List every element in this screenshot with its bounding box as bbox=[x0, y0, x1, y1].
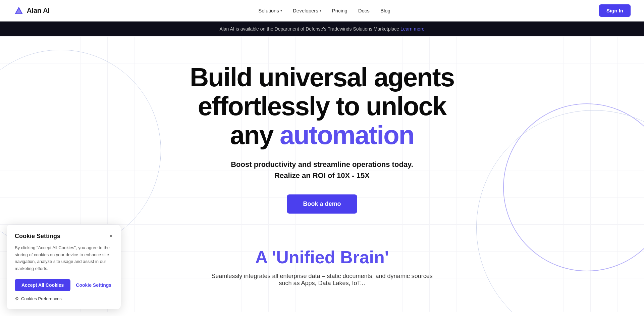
cookie-banner: Cookie Settings × By clicking "Accept Al… bbox=[7, 225, 121, 309]
chevron-down-icon: ▾ bbox=[280, 9, 282, 12]
hero-subtitle: Boost productivity and streamline operat… bbox=[190, 159, 454, 181]
nav-docs[interactable]: Docs bbox=[358, 8, 370, 13]
book-demo-button[interactable]: Book a demo bbox=[287, 194, 357, 214]
announcement-text: Alan AI is available on the Department o… bbox=[219, 26, 400, 32]
cookie-title: Cookie Settings bbox=[15, 233, 60, 240]
cookie-preferences-link[interactable]: ⚙ Cookies Preferences bbox=[15, 296, 113, 301]
cookie-settings-link[interactable]: Cookie Settings bbox=[76, 282, 111, 288]
signin-button[interactable]: Sign In bbox=[599, 4, 631, 17]
cookie-pref-icon: ⚙ bbox=[15, 296, 19, 301]
nav-solutions[interactable]: Solutions ▾ bbox=[258, 8, 282, 13]
cookie-close-button[interactable]: × bbox=[109, 233, 113, 239]
chevron-down-icon: ▾ bbox=[320, 9, 321, 12]
hero-title: Build universal agents effortlessly to u… bbox=[190, 63, 454, 149]
cookie-body: By clicking "Accept All Cookies", you ag… bbox=[15, 244, 113, 272]
unified-title: A 'Unified Brain' bbox=[197, 247, 447, 267]
logo[interactable]: Alan AI bbox=[13, 5, 50, 16]
nav-items: Solutions ▾ Developers ▾ Pricing Docs Bl… bbox=[258, 8, 390, 13]
nav-pricing[interactable]: Pricing bbox=[332, 8, 347, 13]
logo-text: Alan AI bbox=[27, 7, 50, 14]
navigation: Alan AI Solutions ▾ Developers ▾ Pricing… bbox=[0, 0, 644, 21]
hero-content: Build universal agents effortlessly to u… bbox=[183, 63, 461, 287]
unified-section: A 'Unified Brain' Seamlessly integrates … bbox=[190, 240, 454, 287]
nav-blog[interactable]: Blog bbox=[380, 8, 390, 13]
cookie-header: Cookie Settings × bbox=[15, 233, 113, 240]
announcement-link[interactable]: Learn more bbox=[400, 26, 425, 32]
nav-developers[interactable]: Developers ▾ bbox=[293, 8, 321, 13]
announcement-bar: Alan AI is available on the Department o… bbox=[0, 21, 644, 36]
cookie-actions: Accept All Cookies Cookie Settings bbox=[15, 279, 113, 291]
alan-ai-logo-icon bbox=[13, 5, 24, 16]
unified-subtitle: Seamlessly integrates all enterprise dat… bbox=[205, 273, 439, 287]
accept-all-cookies-button[interactable]: Accept All Cookies bbox=[15, 279, 70, 291]
